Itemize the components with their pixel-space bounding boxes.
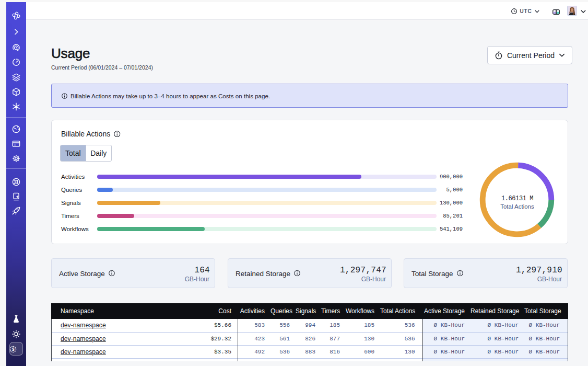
svg-text:Total Actions: Total Actions (500, 203, 534, 210)
svg-text:1.66131 M: 1.66131 M (501, 195, 533, 202)
svg-text:$: $ (11, 347, 14, 352)
